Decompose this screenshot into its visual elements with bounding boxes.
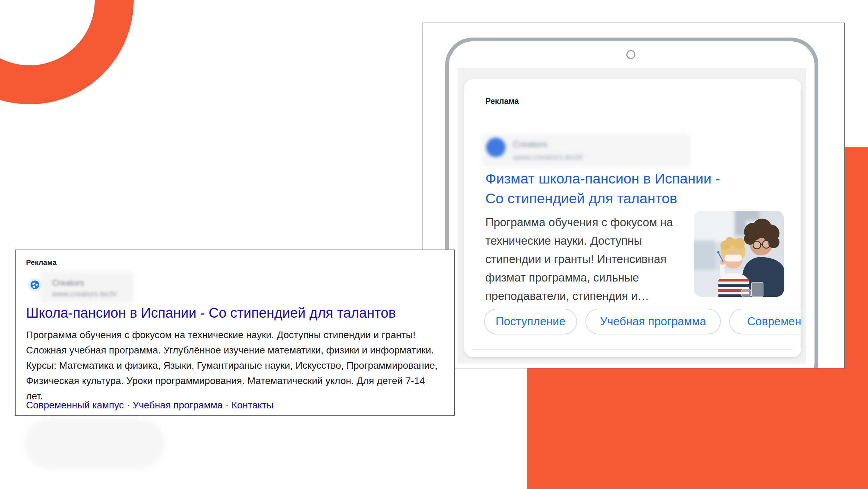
advertiser-name-blurred: Creators xyxy=(52,278,84,288)
tablet-mockup-panel: Реклама Creators www.creators.tech/ Физм… xyxy=(423,23,845,368)
description-line: физмат программа, сильные xyxy=(485,268,673,287)
description-line: преподаватели, стипендия и… xyxy=(485,287,673,305)
slide-canvas: Реклама Creators www.creators.tech/ Физм… xyxy=(0,0,868,489)
description-line: технические науки. Доступны xyxy=(485,231,673,250)
ad-button-admission[interactable]: Поступление xyxy=(484,309,577,334)
sitelink-separator: · xyxy=(124,400,133,410)
ad-headline-link[interactable]: Физмат школа-пансион в Испании - Со стип… xyxy=(485,169,720,209)
ad-headline-line-2: Со стипендией для талантов xyxy=(485,189,720,209)
description-line: Программа обучения с фокусом на техничес… xyxy=(26,327,437,343)
mobile-ad-card: Реклама Creators www.creators.tech/ Физм… xyxy=(464,79,801,357)
description-line: Курсы: Математика и физика, Языки, Гуман… xyxy=(26,358,437,373)
blurred-smudge xyxy=(25,419,164,468)
ad-button-campus-clipped[interactable]: Современный xyxy=(729,309,801,334)
card-divider xyxy=(473,349,793,350)
ad-description: Программа обучения с фокусом на техничес… xyxy=(26,327,437,404)
sitelink-separator: · xyxy=(223,400,231,410)
sitelink-curriculum[interactable]: Учебная программа xyxy=(133,400,223,410)
advertiser-name-blurred: Creators xyxy=(513,139,548,150)
sitelink-contacts[interactable]: Контакты xyxy=(232,400,274,410)
ad-sitelinks: Современный кампус·Учебная программа·Кон… xyxy=(26,400,274,411)
ad-label: Реклама xyxy=(485,97,519,106)
advertiser-logo-blurred xyxy=(486,138,506,157)
ad-label: Реклама xyxy=(26,258,57,267)
description-line: Программа обучения с фокусом на xyxy=(485,213,673,231)
desktop-ad-card: Реклама Creators www.creators.tech/ Школ… xyxy=(15,250,455,416)
ad-headline-link[interactable]: Школа-пансион в Испании - Со стипендией … xyxy=(26,305,396,321)
globe-icon xyxy=(30,280,40,290)
ad-photo-teacher-student xyxy=(694,211,784,297)
description-line: стипендии и гранты! Интенсивная xyxy=(485,250,673,268)
ad-button-curriculum[interactable]: Учебная программа xyxy=(585,309,721,334)
sitelink-campus[interactable]: Современный кампус xyxy=(26,400,124,410)
advertiser-logo-circle xyxy=(28,278,42,292)
advertiser-url-blurred: www.creators.tech/ xyxy=(513,152,583,162)
advertiser-url-blurred: www.creators.tech/ xyxy=(52,290,117,299)
decorative-ring-shape xyxy=(0,0,134,104)
tablet-camera-icon xyxy=(626,50,635,59)
description-line: Сложная учебная программа. Углублённое и… xyxy=(26,343,437,358)
ad-headline-line-1: Физмат школа-пансион в Испании - xyxy=(485,169,720,189)
description-line: Физическая культура. Уроки программирова… xyxy=(26,373,437,389)
ad-description: Программа обучения с фокусом на техничес… xyxy=(485,213,673,305)
